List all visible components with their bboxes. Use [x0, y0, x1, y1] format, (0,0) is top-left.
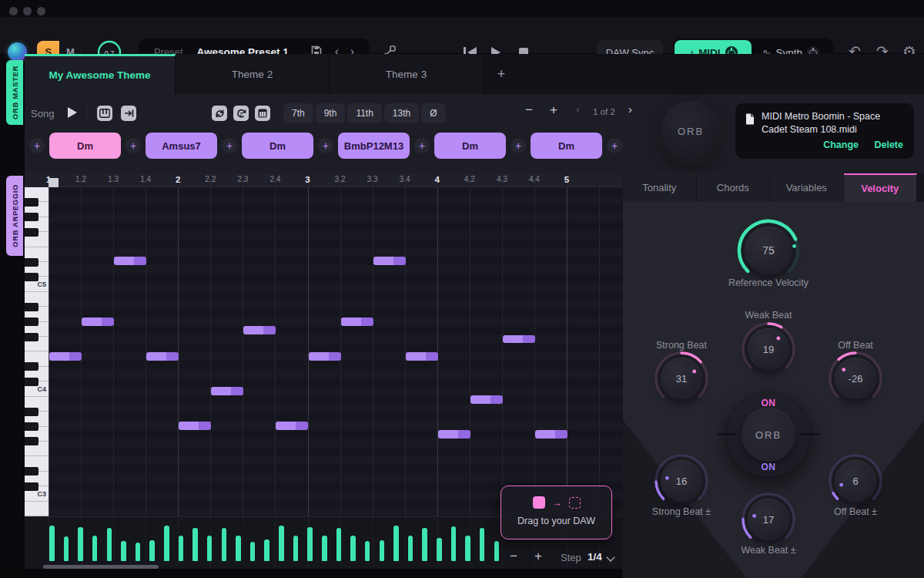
black-key[interactable] [25, 437, 38, 445]
velocity-bar[interactable] [307, 527, 313, 561]
chord-block-6[interactable]: Dm [531, 133, 602, 159]
midi-note[interactable] [179, 422, 211, 430]
black-key[interactable] [25, 378, 38, 386]
velocity-bar[interactable] [451, 526, 457, 561]
velocity-bar[interactable] [322, 536, 327, 561]
window-minimize-dot[interactable] [23, 7, 32, 15]
page-remove-button[interactable]: − [525, 102, 533, 118]
theme-tab-1[interactable]: My Awesome Theme [25, 54, 176, 94]
midi-note[interactable] [373, 257, 406, 265]
velocity-bar[interactable] [480, 528, 485, 561]
black-key[interactable] [25, 303, 38, 311]
chord-cycle-icon[interactable]: 7 [233, 106, 249, 121]
black-key[interactable] [25, 258, 38, 267]
page-next-icon[interactable]: › [628, 102, 632, 116]
window-close-dot[interactable] [9, 7, 18, 15]
horizontal-scrollbar[interactable] [43, 565, 159, 569]
velocity-bar[interactable] [222, 528, 227, 561]
velocity-bar[interactable] [264, 539, 270, 561]
velocity-bar[interactable] [236, 536, 241, 561]
black-key[interactable] [25, 333, 38, 341]
panel-tab-tonality[interactable]: Tonality [623, 173, 697, 202]
delete-file-button[interactable]: Delete [874, 139, 903, 150]
add-chord-button[interactable]: + [414, 138, 430, 153]
theme-tab-2[interactable]: Theme 2 [176, 54, 330, 94]
add-chord-button[interactable]: + [126, 138, 141, 153]
midi-note[interactable] [82, 318, 114, 326]
velocity-bar[interactable] [336, 528, 342, 561]
velocity-bar[interactable] [422, 528, 427, 561]
change-file-button[interactable]: Change [823, 139, 859, 150]
regenerate-icon[interactable] [212, 106, 227, 121]
midi-note[interactable] [309, 352, 341, 361]
black-key[interactable] [25, 362, 38, 371]
zoom-in-button[interactable]: + [534, 549, 542, 564]
strong-beat-knob[interactable]: 31 [661, 358, 702, 399]
midi-note[interactable] [49, 352, 82, 361]
add-chord-button[interactable]: + [318, 138, 333, 153]
orb-on-top-toggle[interactable]: ON [762, 398, 776, 408]
add-chord-button[interactable]: + [222, 138, 237, 153]
velocity-bar[interactable] [250, 542, 256, 561]
velocity-bar[interactable] [465, 536, 470, 561]
black-key[interactable] [25, 482, 38, 491]
chord-block-4[interactable]: BmbP12M13 [338, 133, 410, 159]
off-beat-range-knob[interactable]: 6 [835, 460, 876, 502]
step-value-dropdown[interactable]: 1/4 [588, 551, 602, 563]
orb-master-knob[interactable]: ORB [661, 102, 720, 160]
velocity-bar[interactable] [293, 536, 299, 561]
black-key[interactable] [25, 422, 38, 431]
black-key[interactable] [25, 228, 38, 237]
add-chord-button[interactable]: + [607, 138, 622, 153]
orb-master-tab[interactable]: ORB MASTER [6, 60, 23, 125]
midi-note[interactable] [438, 430, 470, 439]
black-key[interactable] [25, 318, 38, 326]
extension-button-11th[interactable]: 11th [347, 103, 381, 123]
midi-note[interactable] [406, 352, 438, 361]
page-prev-icon[interactable]: ‹ [576, 102, 580, 116]
velocity-bar[interactable] [350, 536, 356, 561]
velocity-bar[interactable] [78, 527, 83, 561]
midi-note[interactable] [243, 326, 276, 334]
extension-button-ø[interactable]: Ø [421, 103, 445, 123]
page-add-button[interactable]: + [550, 102, 557, 118]
velocity-bar[interactable] [380, 540, 385, 561]
zoom-out-button[interactable]: − [510, 549, 517, 564]
piano-view-icon[interactable] [97, 106, 112, 121]
velocity-bar[interactable] [92, 536, 98, 561]
drag-to-daw-box[interactable]: → Drag to your DAW [500, 486, 612, 539]
velocity-bar[interactable] [408, 536, 413, 561]
song-play-button[interactable] [68, 107, 77, 118]
velocity-bar[interactable] [164, 526, 169, 561]
weak-beat-knob[interactable]: 19 [748, 328, 789, 370]
velocity-bar[interactable] [49, 526, 55, 561]
panel-tab-velocity[interactable]: Velocity [844, 173, 918, 202]
velocity-bar[interactable] [393, 526, 399, 561]
velocity-bar[interactable] [136, 543, 141, 561]
strong-beat-range-knob[interactable]: 16 [661, 460, 702, 502]
add-chord-button[interactable]: + [511, 138, 526, 153]
midi-note[interactable] [470, 395, 503, 404]
midi-note[interactable] [211, 387, 243, 395]
weak-beat-range-knob[interactable]: 17 [748, 499, 789, 540]
black-key[interactable] [25, 408, 38, 416]
timeline-ruler[interactable]: 11.21.31.422.22.32.433.23.33.444.24.34.4… [25, 173, 622, 187]
extension-button-13th[interactable]: 13th [384, 103, 419, 123]
export-arrow-icon[interactable] [121, 106, 136, 121]
add-chord-button[interactable]: + [29, 138, 45, 153]
velocity-bar[interactable] [149, 540, 155, 561]
chord-block-1[interactable]: Dm [49, 133, 121, 159]
midi-note[interactable] [535, 430, 567, 439]
window-zoom-dot[interactable] [37, 7, 45, 15]
velocity-bar[interactable] [365, 541, 370, 561]
panel-tab-chords[interactable]: Chords [697, 173, 771, 202]
midi-note[interactable] [341, 318, 373, 326]
white-key[interactable] [25, 502, 49, 516]
velocity-bar[interactable] [192, 528, 198, 561]
orb-on-bottom-toggle[interactable]: ON [762, 462, 776, 472]
velocity-bar[interactable] [64, 536, 69, 561]
theme-tab-3[interactable]: Theme 3 [330, 54, 484, 94]
velocity-bar[interactable] [179, 536, 184, 561]
black-key[interactable] [25, 467, 38, 476]
note-grid[interactable] [49, 187, 622, 516]
